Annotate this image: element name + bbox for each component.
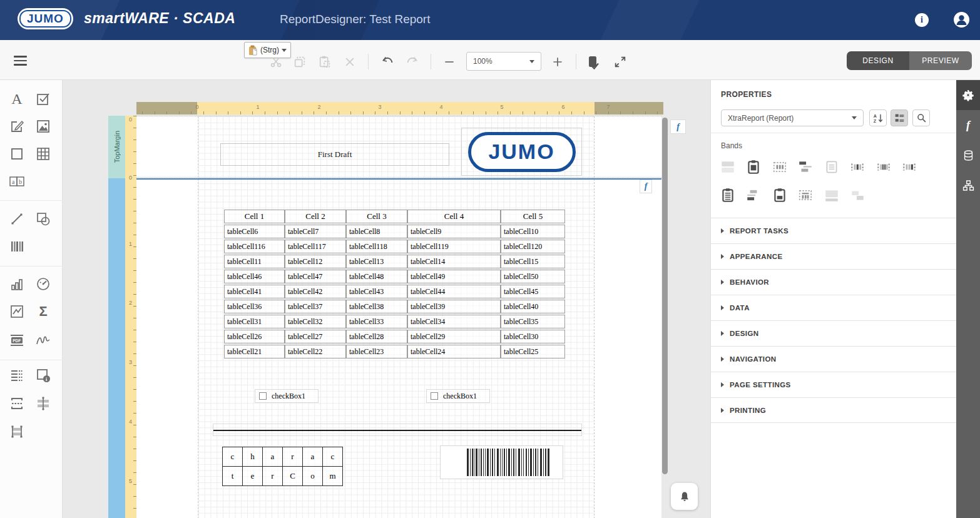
barcode-control[interactable] bbox=[440, 445, 563, 479]
info-icon[interactable]: i bbox=[915, 13, 929, 27]
table-cell[interactable]: tableCell9 bbox=[407, 225, 501, 238]
table-cell[interactable]: tableCell46 bbox=[224, 270, 285, 283]
expression-badge[interactable]: f bbox=[640, 180, 652, 193]
table-cell[interactable]: tableCell116 bbox=[224, 240, 285, 253]
table-cell[interactable]: tableCell45 bbox=[501, 285, 565, 298]
table-cell[interactable]: tableCell48 bbox=[346, 270, 407, 283]
checkbox-control-left[interactable]: checkBox1 bbox=[255, 389, 319, 403]
summary-tool[interactable]: Σ bbox=[34, 303, 52, 320]
table-cell[interactable]: tableCell10 bbox=[501, 225, 565, 238]
table-cell[interactable]: tableCell36 bbox=[224, 300, 285, 313]
table-cell[interactable]: tableCell43 bbox=[346, 285, 407, 298]
copy-button[interactable] bbox=[292, 54, 308, 70]
barcode-tool[interactable] bbox=[8, 238, 26, 255]
table-header-cell[interactable]: Cell 5 bbox=[501, 210, 565, 223]
character-comb-tool[interactable]: a b bbox=[8, 173, 26, 190]
section-page-settings[interactable]: PAGE SETTINGS bbox=[711, 372, 957, 397]
report-structure-tab[interactable] bbox=[956, 170, 980, 200]
table-cell[interactable]: tableCell40 bbox=[501, 300, 565, 313]
page-break-tool[interactable] bbox=[8, 395, 26, 412]
zoom-in-button[interactable] bbox=[549, 54, 566, 70]
preview-tab[interactable]: PREVIEW bbox=[909, 51, 972, 70]
expressions-tab[interactable]: f bbox=[956, 110, 980, 140]
band-icon-detail-report[interactable] bbox=[849, 158, 865, 175]
table-cell[interactable]: tableCell49 bbox=[407, 270, 501, 283]
table-cell[interactable]: tableCell27 bbox=[285, 330, 346, 343]
search-button[interactable] bbox=[912, 109, 930, 126]
properties-tab[interactable] bbox=[956, 80, 980, 110]
comb-cell[interactable]: e bbox=[243, 467, 263, 486]
table-cell[interactable]: tableCell29 bbox=[407, 330, 501, 343]
table-cell[interactable]: tableCell26 bbox=[224, 330, 285, 343]
fullscreen-button[interactable] bbox=[612, 54, 628, 70]
menu-icon[interactable] bbox=[14, 56, 27, 66]
table-header-cell[interactable]: Cell 1 bbox=[224, 210, 285, 223]
user-icon[interactable] bbox=[954, 12, 969, 28]
band-icon-detail-report-alt[interactable] bbox=[901, 158, 917, 175]
chart-tool[interactable] bbox=[8, 275, 26, 293]
band-icon-detail-report-bands[interactable] bbox=[875, 158, 892, 175]
table-cell[interactable]: tableCell21 bbox=[224, 345, 285, 358]
band-icon-group-header[interactable] bbox=[771, 158, 788, 175]
table-cell[interactable]: tableCell117 bbox=[285, 240, 346, 253]
band-icon-group-footer[interactable] bbox=[745, 186, 762, 203]
table-cell[interactable]: tableCell120 bbox=[501, 240, 565, 253]
section-appearance[interactable]: APPEARANCE bbox=[711, 243, 957, 269]
sparkline-tool[interactable] bbox=[8, 303, 26, 320]
comb-cell[interactable]: C bbox=[283, 467, 303, 486]
cut-button[interactable] bbox=[268, 54, 284, 70]
comb-cell[interactable]: h bbox=[243, 447, 263, 467]
report-page[interactable]: First Draft JUMO Cell 1 Cell 2 Cell 3 Ce… bbox=[136, 116, 661, 518]
report-table[interactable]: Cell 1 Cell 2 Cell 3 Cell 4 Cell 5 table… bbox=[224, 208, 565, 360]
band-icon-detail[interactable] bbox=[823, 158, 840, 175]
table-tool[interactable] bbox=[34, 145, 52, 163]
undo-button[interactable] bbox=[380, 54, 396, 70]
control-selector[interactable]: XtraReport (Report) bbox=[721, 109, 864, 126]
table-of-contents-tool[interactable] bbox=[8, 367, 26, 384]
section-data[interactable]: DATA bbox=[711, 295, 957, 320]
table-cell[interactable]: tableCell119 bbox=[407, 240, 501, 253]
gauge-tool[interactable] bbox=[34, 275, 52, 293]
table-cell[interactable]: tableCell15 bbox=[501, 255, 565, 268]
label-tool[interactable]: A bbox=[8, 90, 26, 108]
comb-cell[interactable]: o bbox=[303, 467, 323, 486]
table-cell[interactable]: tableCell30 bbox=[501, 330, 565, 343]
table-cell[interactable]: tableCell44 bbox=[407, 285, 501, 298]
comb-cell[interactable]: r bbox=[263, 467, 283, 486]
band-divider-line[interactable] bbox=[136, 178, 661, 180]
table-header-cell[interactable]: Cell 3 bbox=[346, 210, 407, 223]
picture-box-tool[interactable] bbox=[34, 118, 52, 135]
line-control[interactable] bbox=[213, 424, 582, 436]
table-cell[interactable]: tableCell38 bbox=[346, 300, 407, 313]
band-icon-page-header[interactable] bbox=[719, 186, 736, 203]
expression-badge-top[interactable]: f bbox=[670, 119, 686, 134]
notifications-button[interactable] bbox=[671, 483, 698, 510]
section-navigation[interactable]: NAVIGATION bbox=[711, 346, 957, 372]
table-cell[interactable]: tableCell35 bbox=[501, 315, 565, 328]
table-cell[interactable]: tableCell7 bbox=[285, 225, 346, 238]
table-cell[interactable]: tableCell39 bbox=[407, 300, 501, 313]
pdf-content-tool[interactable]: PDF bbox=[8, 332, 26, 349]
signature-tool[interactable] bbox=[34, 332, 52, 349]
report-logo-picture[interactable]: JUMO bbox=[461, 128, 582, 176]
section-behavior[interactable]: BEHAVIOR bbox=[711, 269, 957, 295]
checkbox-control-right[interactable]: checkBox1 bbox=[426, 389, 490, 403]
table-cell[interactable]: tableCell24 bbox=[407, 345, 501, 358]
table-cell[interactable]: tableCell33 bbox=[346, 315, 407, 328]
table-cell[interactable]: tableCell31 bbox=[224, 315, 285, 328]
section-design[interactable]: DESIGN bbox=[711, 320, 957, 346]
table-cell[interactable]: tableCell47 bbox=[285, 270, 346, 283]
page-info-tool[interactable]: i bbox=[34, 367, 52, 384]
cross-band-box-tool[interactable] bbox=[8, 423, 26, 440]
band-icon-bottom-margin[interactable] bbox=[823, 186, 840, 203]
band-icon-report-header[interactable] bbox=[745, 158, 762, 175]
sort-az-button[interactable]: A Z bbox=[869, 109, 887, 126]
table-cell[interactable]: tableCell37 bbox=[285, 300, 346, 313]
section-report-tasks[interactable]: REPORT TASKS bbox=[711, 218, 957, 243]
table-cell[interactable]: tableCell11 bbox=[224, 255, 285, 268]
section-printing[interactable]: PRINTING bbox=[711, 397, 957, 423]
comb-cell[interactable]: m bbox=[323, 467, 343, 486]
table-cell[interactable]: tableCell118 bbox=[346, 240, 407, 253]
band-icon-page-footer[interactable] bbox=[771, 186, 788, 203]
zoom-out-button[interactable] bbox=[441, 54, 457, 70]
